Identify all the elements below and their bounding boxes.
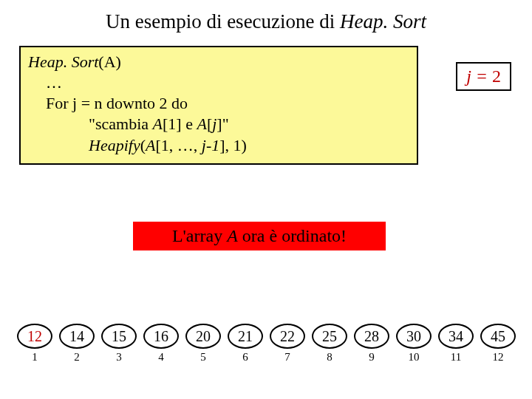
array-index: 7: [284, 351, 290, 364]
array-value: 25: [312, 324, 347, 349]
array-cell: 164: [144, 324, 178, 364]
array-cell: 153: [102, 324, 136, 364]
array-index: 10: [409, 351, 420, 364]
array-index: 9: [369, 351, 375, 364]
array-index: 6: [242, 351, 248, 364]
code-line-3: For j = n downto 2 do: [28, 93, 409, 114]
array-value: 14: [59, 324, 95, 349]
array-index: 5: [200, 351, 206, 364]
array-index: 2: [74, 351, 80, 364]
code-line-2: …: [28, 72, 409, 93]
array-value: 22: [270, 324, 305, 349]
array-value: 20: [185, 324, 221, 349]
array-index: 11: [451, 351, 461, 364]
j-label: j =: [466, 66, 492, 86]
array-value: 15: [101, 324, 137, 349]
pseudocode-box: Heap. Sort(A) … For j = n downto 2 do "s…: [19, 46, 418, 165]
array-cell: 289: [355, 324, 389, 364]
j-value: 2: [492, 66, 501, 86]
code-line-1: Heap. Sort(A): [28, 52, 409, 72]
array-row: 121142153164205216227258289301034114512: [18, 324, 520, 364]
array-cell: 4512: [481, 324, 515, 364]
title-ital: Heap. Sort: [340, 10, 426, 33]
array-cell: 205: [186, 324, 220, 364]
array-index: 3: [116, 351, 122, 364]
array-index: 1: [32, 351, 38, 364]
array-value: 30: [396, 324, 432, 349]
array-cell: 3010: [397, 324, 431, 364]
array-index: 12: [493, 351, 504, 364]
array-value: 16: [143, 324, 179, 349]
array-cell: 258: [313, 324, 347, 364]
array-value: 21: [228, 324, 263, 349]
array-cell: 121: [18, 324, 52, 364]
array-value: 28: [354, 324, 389, 349]
array-index: 8: [327, 351, 332, 364]
array-value: 34: [438, 324, 474, 349]
array-value: 45: [480, 324, 516, 349]
array-cell: 3411: [439, 324, 473, 364]
array-cell: 142: [60, 324, 94, 364]
title-pre: Un esempio di esecuzione di: [106, 10, 340, 33]
slide-title: Un esempio di esecuzione di Heap. Sort: [0, 0, 532, 33]
code-line-5: Heapify(A[1, …, j-1], 1): [28, 135, 409, 156]
code-fn-name: Heap. Sort: [28, 52, 98, 71]
sorted-banner: L'array A ora è ordinato!: [133, 222, 386, 250]
array-cell: 227: [270, 324, 304, 364]
array-cell: 216: [228, 324, 262, 364]
j-value-box: j = 2: [456, 62, 511, 91]
code-fn-arg: (A): [98, 52, 121, 71]
array-value: 12: [17, 324, 52, 349]
code-line-4: "scambia A[1] e A[j]": [28, 114, 409, 134]
array-index: 4: [158, 351, 164, 364]
